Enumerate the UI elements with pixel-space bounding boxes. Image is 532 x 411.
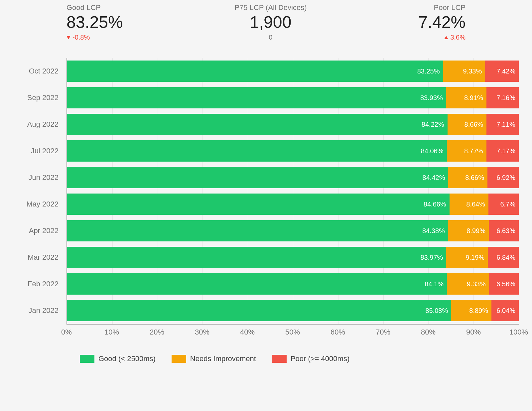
y-axis-label: May 2022: [13, 191, 66, 217]
segment-good: 84.1%: [67, 273, 447, 295]
legend-row: Good (< 2500ms) Needs Improvement Poor (…: [13, 339, 519, 363]
stacked-bar: 83.25%9.33%7.42%: [67, 61, 519, 82]
stat-p75-lcp: P75 LCP (All Devices) 1,900 0: [234, 3, 307, 41]
bar-row: 84.22%8.66%7.11%: [67, 111, 519, 138]
stacked-bar: 84.66%8.64%6.7%: [67, 194, 519, 215]
stat-poor-lcp-label: Poor LCP: [434, 3, 466, 12]
segment-needs-improvement: 9.33%: [443, 61, 485, 82]
segment-needs-improvement: 8.99%: [448, 220, 489, 241]
stacked-bar: 83.93%8.91%7.16%: [67, 87, 519, 108]
segment-good: 84.22%: [67, 114, 448, 135]
segment-good: 84.66%: [67, 194, 450, 215]
stat-good-lcp-delta: -0.8%: [66, 34, 90, 41]
bar-row: 83.25%9.33%7.42%: [67, 58, 519, 84]
bar-row: 83.93%8.91%7.16%: [67, 84, 519, 111]
y-axis-labels: Oct 2022Sep 2022Aug 2022Jul 2022Jun 2022…: [13, 58, 66, 325]
x-tick: 10%: [104, 328, 119, 337]
x-tick: 0%: [61, 328, 72, 337]
y-axis-label: Feb 2022: [13, 271, 66, 297]
y-axis-label: Jun 2022: [13, 164, 66, 191]
y-axis-label: Oct 2022: [13, 58, 66, 84]
segment-poor: 6.63%: [489, 220, 519, 241]
segment-needs-improvement: 9.33%: [447, 273, 489, 295]
stat-poor-lcp: Poor LCP 7.42% 3.6%: [418, 3, 466, 41]
segment-needs-improvement: 8.77%: [447, 140, 486, 162]
x-tick: 80%: [421, 328, 436, 337]
dashboard-root: Good LCP 83.25% -0.8% P75 LCP (All Devic…: [0, 0, 532, 380]
legend-swatch-good: [80, 355, 94, 363]
stacked-bar: 85.08%8.89%6.04%: [67, 300, 519, 321]
y-axis-label: Apr 2022: [13, 217, 66, 244]
x-tick: 70%: [376, 328, 390, 337]
segment-needs-improvement: 8.89%: [451, 300, 491, 321]
legend-label-poor: Poor (>= 4000ms): [291, 354, 349, 363]
segment-needs-improvement: 9.19%: [446, 247, 488, 268]
x-axis-row: 0%10%20%30%40%50%60%70%80%90%100%: [13, 325, 519, 339]
x-axis: 0%10%20%30%40%50%60%70%80%90%100%: [66, 325, 519, 339]
segment-needs-improvement: 8.64%: [450, 194, 488, 215]
stat-p75-lcp-value: 1,900: [250, 13, 291, 32]
lcp-distribution-chart: Oct 2022Sep 2022Aug 2022Jul 2022Jun 2022…: [13, 58, 519, 363]
segment-poor: 7.11%: [486, 114, 519, 135]
segment-poor: 6.7%: [488, 194, 519, 215]
segment-poor: 6.56%: [489, 273, 519, 295]
x-tick: 90%: [466, 328, 481, 337]
bar-row: 84.1%9.33%6.56%: [67, 271, 519, 297]
stat-p75-lcp-label: P75 LCP (All Devices): [234, 3, 307, 12]
segment-needs-improvement: 8.66%: [448, 114, 487, 135]
bar-row: 84.38%8.99%6.63%: [67, 217, 519, 244]
stat-poor-lcp-delta: 3.6%: [444, 34, 466, 41]
legend-swatch-poor: [272, 355, 287, 363]
segment-good: 84.42%: [67, 167, 448, 188]
stat-good-lcp: Good LCP 83.25% -0.8%: [66, 3, 123, 41]
stacked-bar: 84.1%9.33%6.56%: [67, 273, 519, 295]
y-axis-label: Aug 2022: [13, 111, 66, 138]
stat-poor-lcp-value: 7.42%: [418, 13, 466, 32]
legend-swatch-ni: [172, 355, 186, 363]
bar-row: 83.97%9.19%6.84%: [67, 244, 519, 271]
stacked-bar: 83.97%9.19%6.84%: [67, 247, 519, 268]
bar-row: 84.66%8.64%6.7%: [67, 191, 519, 217]
segment-good: 83.97%: [67, 247, 446, 268]
x-tick: 20%: [150, 328, 164, 337]
stats-row: Good LCP 83.25% -0.8% P75 LCP (All Devic…: [13, 3, 519, 41]
segment-needs-improvement: 8.91%: [446, 87, 486, 108]
plot-area: 83.25%9.33%7.42%83.93%8.91%7.16%84.22%8.…: [66, 58, 519, 325]
bar-row: 84.42%8.66%6.92%: [67, 164, 519, 191]
legend-item-poor: Poor (>= 4000ms): [272, 354, 349, 363]
arrow-up-icon: [444, 36, 448, 39]
stat-good-lcp-label: Good LCP: [66, 3, 101, 12]
segment-poor: 6.04%: [491, 300, 519, 321]
segment-poor: 7.17%: [486, 140, 519, 162]
segment-good: 84.38%: [67, 220, 448, 241]
segment-poor: 7.16%: [486, 87, 519, 108]
segment-good: 84.06%: [67, 140, 447, 162]
bar-row: 85.08%8.89%6.04%: [67, 297, 519, 324]
x-tick: 50%: [285, 328, 300, 337]
segment-good: 83.93%: [67, 87, 446, 108]
segment-poor: 6.92%: [487, 167, 519, 188]
legend-item-good: Good (< 2500ms): [80, 354, 156, 363]
bar-row: 84.06%8.77%7.17%: [67, 138, 519, 164]
y-axis-label: Sep 2022: [13, 84, 66, 111]
legend: Good (< 2500ms) Needs Improvement Poor (…: [66, 339, 519, 363]
legend-item-ni: Needs Improvement: [172, 354, 256, 363]
legend-label-ni: Needs Improvement: [190, 354, 256, 363]
y-axis-label: Mar 2022: [13, 244, 66, 271]
arrow-down-icon: [66, 36, 70, 39]
segment-good: 83.25%: [67, 61, 443, 82]
y-axis-label: Jan 2022: [13, 297, 66, 324]
y-axis-label: Jul 2022: [13, 138, 66, 164]
segment-needs-improvement: 8.66%: [448, 167, 487, 188]
segment-poor: 7.42%: [485, 61, 519, 82]
chart-body: Oct 2022Sep 2022Aug 2022Jul 2022Jun 2022…: [13, 58, 519, 325]
legend-label-good: Good (< 2500ms): [98, 354, 156, 363]
segment-good: 85.08%: [67, 300, 451, 321]
stacked-bar: 84.22%8.66%7.11%: [67, 114, 519, 135]
stacked-bar: 84.38%8.99%6.63%: [67, 220, 519, 241]
stacked-bar: 84.42%8.66%6.92%: [67, 167, 519, 188]
bars-container: 83.25%9.33%7.42%83.93%8.91%7.16%84.22%8.…: [67, 58, 519, 324]
stat-good-lcp-delta-text: -0.8%: [72, 34, 90, 41]
stat-p75-lcp-sub: 0: [269, 34, 272, 41]
x-tick: 40%: [240, 328, 255, 337]
